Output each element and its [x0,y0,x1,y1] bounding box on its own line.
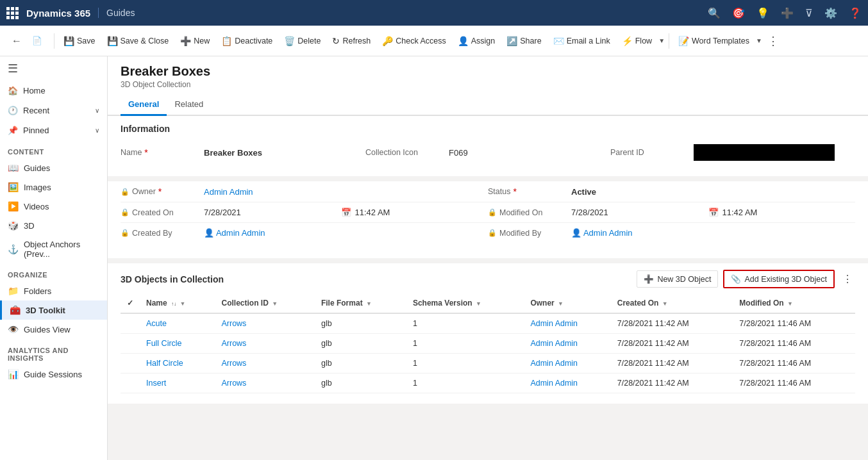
table-row: Acute Arrows glb 1 Admin Admin 7/28/2021… [121,313,855,334]
owner-lock-icon: 🔒 [121,188,129,196]
row-name[interactable]: Insert [140,374,215,393]
row-created-on: 7/28/2021 11:42 AM [611,334,733,354]
sidebar-item-videos[interactable]: ▶️ Videos [0,197,107,216]
back-button[interactable]: ← [9,33,24,49]
check-access-button[interactable]: 🔑 Check Access [377,33,451,49]
tab-general[interactable]: General [121,94,167,116]
col-modified-on[interactable]: Modified On ▼ [733,293,855,313]
help-icon[interactable]: ❓ [849,7,862,19]
subgrid-more-button[interactable]: ⋮ [840,270,855,288]
share-button[interactable]: ↗️ Share [501,33,546,49]
created-modified-row: 🔒 Created On 7/28/2021 📅 11:42 AM 🔒 Modi… [121,202,855,223]
page-title: Breaker Boxes [121,64,855,79]
toolbar-separator-1 [54,33,54,49]
assign-button[interactable]: 👤 Assign [453,33,501,49]
save-close-icon: 💾 [107,36,118,46]
lightbulb-icon[interactable]: 💡 [756,7,769,19]
status-value: Active [571,187,855,197]
sidebar-item-guides-view[interactable]: 👁️ Guides View [0,320,107,339]
word-templates-dropdown[interactable]: 📝 Word Templates ▼ [673,33,762,49]
new-button[interactable]: ➕ New [175,33,215,49]
created-by-value[interactable]: 👤 Admin Admin [204,228,488,238]
sidebar-item-pinned[interactable]: 📌 Pinned ∨ [0,120,107,140]
pinned-expand-icon: ∨ [95,127,99,134]
sidebar-item-3d[interactable]: 🎲 3D [0,216,107,235]
row-collection-id[interactable]: Arrows [215,374,314,393]
hamburger-menu[interactable]: ☰ [0,56,107,81]
filter-icon[interactable]: ⊽ [805,7,813,19]
owner-label: 🔒 Owner * [121,186,204,197]
sidebar-item-3d-toolkit[interactable]: 🧰 3D Toolkit [0,300,107,320]
row-name[interactable]: Acute [140,313,215,334]
row-owner[interactable]: Admin Admin [524,374,610,393]
row-collection-id[interactable]: Arrows [215,334,314,354]
created-on-label: 🔒 Created On [121,208,204,217]
row-owner[interactable]: Admin Admin [524,334,610,354]
row-check[interactable] [121,354,140,374]
row-collection-id[interactable]: Arrows [215,354,314,374]
row-check[interactable] [121,313,140,334]
table-row: Insert Arrows glb 1 Admin Admin 7/28/202… [121,374,855,393]
created-on-calendar-icon[interactable]: 📅 [341,208,351,217]
save-button[interactable]: 💾 Save [58,33,101,49]
status-required: * [513,186,516,197]
settings-icon[interactable]: ⚙️ [824,7,837,19]
collection-id-filter-icon: ▼ [272,300,278,307]
sidebar-item-home[interactable]: 🏠 Home [0,81,107,101]
app-grid-button[interactable] [6,7,19,19]
email-link-button[interactable]: ✉️ Email a Link [548,33,615,49]
tab-related[interactable]: Related [167,94,211,116]
name-label: Name * [121,147,204,158]
sidebar-item-guides[interactable]: 📖 Guides [0,158,107,177]
refresh-button[interactable]: ↻ Refresh [327,33,376,49]
sidebar-item-recent[interactable]: 🕐 Recent ∨ [0,101,107,120]
recent-icon: 🕐 [8,106,18,115]
row-name[interactable]: Full Circle [140,334,215,354]
sidebar-item-images[interactable]: 🖼️ Images [0,177,107,197]
new-icon: ➕ [180,36,191,46]
plus-icon[interactable]: ➕ [781,7,794,19]
col-owner[interactable]: Owner ▼ [524,293,610,313]
search-icon[interactable]: 🔍 [708,7,721,19]
sidebar-item-object-anchors[interactable]: ⚓ Object Anchors (Prev... [0,235,107,263]
status-field: Status * Active [488,186,855,197]
target-icon[interactable]: 🎯 [732,7,745,19]
row-owner[interactable]: Admin Admin [524,313,610,334]
page-icon-button[interactable]: 📄 [27,33,47,48]
name-required: * [144,147,147,158]
created-by-field: 🔒 Created By 👤 Admin Admin [121,228,488,238]
col-collection-id[interactable]: Collection ID ▼ [215,293,314,313]
sidebar-item-folders[interactable]: 📁 Folders [0,281,107,300]
name-value[interactable]: Breaker Boxes [204,148,365,158]
3d-toolkit-icon: 🧰 [10,305,21,315]
delete-button[interactable]: 🗑️ Delete [279,33,326,49]
table-body: Acute Arrows glb 1 Admin Admin 7/28/2021… [121,313,855,393]
flow-button[interactable]: ⚡ Flow [617,33,657,49]
folders-icon: 📁 [8,286,19,296]
row-name[interactable]: Half Circle [140,354,215,374]
row-check[interactable] [121,374,140,393]
flow-dropdown-arrow[interactable]: ▼ [658,37,665,44]
toolbar-more-button[interactable]: ⋮ [764,31,783,51]
add-existing-3d-object-button[interactable]: 📎 Add Existing 3D Object [723,270,835,288]
created-by-user-icon: 👤 [204,228,216,238]
deactivate-button[interactable]: 📋 Deactivate [216,33,278,49]
flow-dropdown[interactable]: ⚡ Flow ▼ [617,33,665,49]
new-3d-object-button[interactable]: ➕ New 3D Object [637,270,718,288]
col-file-format[interactable]: File Format ▼ [315,293,406,313]
sidebar-item-guide-sessions[interactable]: 📊 Guide Sessions [0,365,107,384]
col-created-on[interactable]: Created On ▼ [611,293,733,313]
save-close-button[interactable]: 💾 Save & Close [102,33,174,49]
col-schema-version[interactable]: Schema Version ▼ [406,293,524,313]
row-check[interactable] [121,334,140,354]
created-lock-icon: 🔒 [121,208,129,217]
word-templates-button[interactable]: 📝 Word Templates [673,33,755,49]
owner-value[interactable]: Admin Admin [204,187,488,197]
row-owner[interactable]: Admin Admin [524,354,610,374]
row-collection-id[interactable]: Arrows [215,313,314,334]
col-name[interactable]: Name ↑↓ ▼ [140,293,215,313]
word-templates-dropdown-arrow[interactable]: ▼ [756,37,762,44]
module-name[interactable]: Guides [98,8,135,18]
modified-on-calendar-icon[interactable]: 📅 [708,208,719,217]
modified-by-value[interactable]: 👤 Admin Admin [571,228,855,238]
